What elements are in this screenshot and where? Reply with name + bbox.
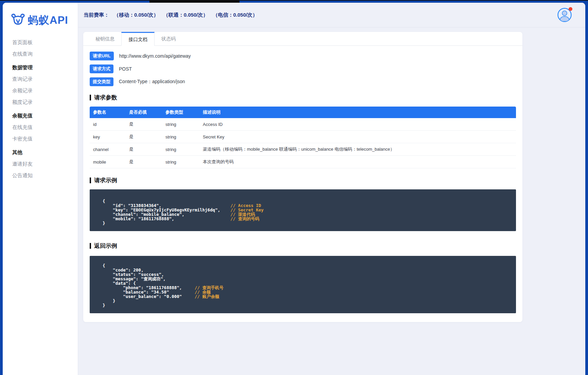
rate-item: （移动：0.050/次） [114, 12, 159, 18]
table-cell: 是 [126, 118, 162, 131]
content-card: 秘钥信息接口文档状态码 请求URLhttp://www.dkym.com/api… [83, 32, 522, 322]
sidebar: 蚂蚁API 首页面板在线查询数据管理查询记录余额记录额度记录余额充值在线充值卡密… [3, 3, 78, 375]
right-column: 当前费率：（移动：0.050/次）（联通：0.050/次）（电信：0.050/次… [78, 3, 585, 375]
sidebar-menu: 首页面板在线查询数据管理查询记录余额记录额度记录余额充值在线充值卡密充值其他邀请… [3, 32, 78, 181]
table-row: channel是string渠道编码（移动编码：mobile_balance 联… [90, 143, 516, 156]
table-cell: Access ID [199, 118, 516, 131]
table-cell: string [162, 118, 199, 131]
column-header: 描述说明 [199, 107, 516, 118]
sidebar-section-title: 其他 [12, 147, 78, 158]
tab-秘钥信息[interactable]: 秘钥信息 [89, 32, 121, 45]
sidebar-item[interactable]: 额度记录 [12, 96, 78, 108]
app-window: 蚂蚁API 首页面板在线查询数据管理查询记录余额记录额度记录余额充值在线充值卡密… [3, 3, 585, 375]
sidebar-section-title: 余额充值 [12, 110, 78, 121]
table-cell: key [90, 131, 126, 143]
code-line: "mobile": "18611768888", // 查询的号码 [103, 217, 509, 221]
sidebar-item[interactable]: 邀请好友 [12, 158, 78, 170]
sidebar-item[interactable]: 在线查询 [12, 48, 78, 60]
column-header: 参数名 [90, 107, 126, 118]
meta-value: Content-Type：application/json [119, 79, 185, 85]
main-area: 秘钥信息接口文档状态码 请求URLhttp://www.dkym.com/api… [78, 27, 585, 375]
code-line: } [103, 221, 509, 225]
tab-状态码[interactable]: 状态码 [155, 32, 182, 45]
tab-bar: 秘钥信息接口文档状态码 [83, 32, 522, 46]
ant-logo-icon [10, 13, 26, 27]
screen-top-hairline [0, 0, 588, 1]
code-line: "user_balance": "0.000" // 账户余额 [103, 294, 509, 299]
tab-接口文档[interactable]: 接口文档 [121, 32, 155, 46]
request-meta: 请求URLhttp://www.dkym.com/api/gateway请求方式… [90, 52, 516, 86]
sidebar-item[interactable]: 余额记录 [12, 85, 78, 96]
sidebar-item[interactable]: 首页面板 [12, 37, 78, 48]
table-cell: Secret Key [199, 131, 516, 143]
meta-badge: 请求方式 [90, 64, 113, 73]
column-header: 参数类型 [162, 107, 199, 118]
table-cell: id [90, 118, 126, 131]
table-cell: 本次查询的号码 [199, 156, 516, 168]
section-marker [90, 95, 91, 100]
params-table-header: 参数名是否必填参数类型描述说明 [90, 107, 516, 118]
code-line: } [103, 299, 509, 303]
table-cell: 是 [126, 143, 162, 156]
code-comment: // 查询的号码 [230, 216, 259, 221]
code-line: "message": "查询成功", [103, 277, 509, 281]
table-cell: string [162, 131, 199, 143]
api-doc-panel: 请求URLhttp://www.dkym.com/api/gateway请求方式… [83, 46, 522, 322]
table-row: key是stringSecret Key [90, 131, 516, 143]
code-comment: // 账户余额 [195, 294, 219, 299]
topbar: 当前费率：（移动：0.050/次）（联通：0.050/次）（电信：0.050/次… [78, 3, 585, 27]
table-row: mobile是string本次查询的号码 [90, 156, 516, 168]
sidebar-section-title: 数据管理 [12, 62, 78, 73]
request-example-code: { "id": "3138034364", // Access ID "key"… [90, 189, 516, 231]
sidebar-item[interactable]: 公告通知 [12, 170, 78, 181]
table-cell: channel [90, 143, 126, 156]
rate-item: （联通：0.050/次） [163, 12, 208, 18]
section-request-params: 请求参数 [90, 94, 516, 101]
meta-badge: 请求URL [90, 52, 114, 60]
rate-item: （电信：0.050/次） [213, 12, 257, 18]
sidebar-item[interactable]: 卡密充值 [12, 133, 78, 145]
column-header: 是否必填 [126, 107, 162, 118]
code-line: } [103, 303, 509, 307]
brand-name: 蚂蚁API [28, 13, 68, 27]
meta-badge: 提交类型 [90, 77, 113, 86]
meta-value: POST [119, 66, 132, 72]
user-avatar[interactable] [557, 8, 572, 22]
params-table: 参数名是否必填参数类型描述说明 id是stringAccess IDkey是st… [90, 107, 516, 168]
section-request-example: 请求示例 [90, 176, 516, 184]
table-cell: 渠道编码（移动编码：mobile_balance 联通编码：unicom_bal… [199, 143, 516, 156]
sidebar-item[interactable]: 查询记录 [12, 73, 78, 85]
section-marker [90, 177, 91, 183]
current-rates: 当前费率：（移动：0.050/次）（联通：0.050/次）（电信：0.050/次… [84, 12, 257, 18]
table-cell: mobile [90, 156, 126, 168]
meta-row: 请求URLhttp://www.dkym.com/api/gateway [90, 52, 516, 60]
meta-value: http://www.dkym.com/api/gateway [119, 53, 191, 59]
table-row: id是stringAccess ID [90, 118, 516, 131]
table-cell: string [162, 156, 199, 168]
table-cell: string [162, 143, 199, 156]
table-cell: 是 [126, 131, 162, 143]
code-line: { [103, 263, 509, 268]
brand-logo[interactable]: 蚂蚁API [3, 3, 78, 32]
notification-dot [569, 7, 572, 11]
meta-row: 提交类型Content-Type：application/json [90, 77, 516, 86]
table-cell: 是 [126, 156, 162, 168]
section-marker [90, 243, 91, 249]
meta-row: 请求方式POST [90, 64, 516, 73]
sidebar-item[interactable]: 在线充值 [12, 121, 78, 133]
response-example-code: { "code": 200, "status": "success", "mes… [90, 256, 516, 313]
section-response-example: 返回示例 [90, 242, 516, 250]
rates-label: 当前费率： [84, 12, 109, 18]
screen-artifact-bar [149, 0, 239, 3]
